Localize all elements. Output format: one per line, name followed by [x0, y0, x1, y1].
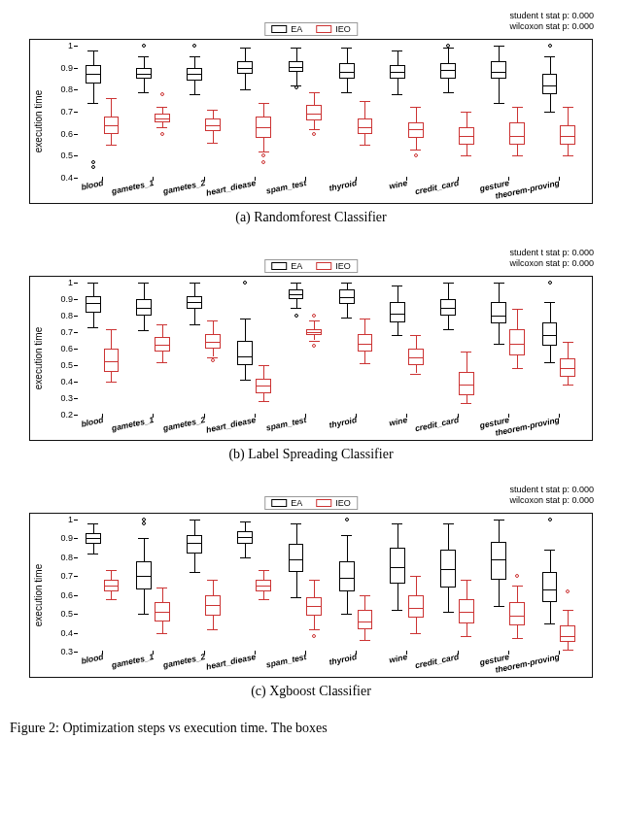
legend-label: IEO [335, 24, 351, 34]
box-cap [512, 368, 523, 369]
box-cap [240, 521, 251, 522]
box-cap [494, 103, 504, 104]
box-cap [392, 523, 402, 524]
box-median [359, 622, 372, 622]
x-tick-label: thyroid [328, 652, 358, 667]
box-median [543, 589, 557, 590]
box-cap [494, 520, 504, 521]
box-median [391, 72, 404, 73]
box-cap [544, 623, 555, 624]
box-median [460, 385, 473, 386]
x-tick-label: blood [80, 415, 104, 429]
box-median [391, 567, 404, 568]
box-cap [106, 98, 117, 99]
subplot-caption: (b) Label Spreading Classifier [10, 447, 612, 462]
figure-caption-text: Optimization steps vs execution time. Th… [62, 721, 327, 735]
box-cap [563, 107, 573, 108]
x-tick-label: gametes_1 [111, 415, 155, 433]
x-tick-label: gametes_2 [162, 415, 206, 433]
box-cap [190, 572, 200, 573]
box-median [510, 136, 524, 137]
box-median [307, 114, 321, 115]
box-cap [461, 155, 471, 156]
outlier-icon [261, 153, 265, 157]
stat-line: student t stat p: 0.000 [509, 11, 594, 21]
legend-item-ieo: IEO [316, 24, 351, 34]
y-tick: 0.5 [60, 151, 73, 160]
box-median [257, 386, 270, 386]
box-cap [240, 557, 251, 558]
box-median [492, 316, 505, 317]
box [390, 65, 405, 79]
box-cap [309, 129, 320, 130]
legend-swatch-icon [316, 25, 331, 33]
box-cap [240, 380, 251, 381]
box-median [188, 74, 201, 75]
box-median [257, 586, 270, 587]
box-cap [392, 94, 402, 95]
box-median [257, 127, 270, 128]
box-cap [563, 342, 573, 343]
figure-caption: Figure 2: Optimization steps vs executio… [10, 721, 612, 736]
box-cap [410, 633, 421, 634]
stat-line: wilcoxon stat p: 0.000 [509, 258, 594, 269]
box [187, 535, 202, 554]
box-median [105, 125, 119, 126]
y-tick: 0.7 [60, 107, 73, 117]
box-cap [190, 283, 200, 284]
box-median [206, 125, 220, 126]
y-tick: 1 [68, 278, 73, 287]
x-tick-label: wine [389, 652, 409, 665]
box [408, 122, 424, 138]
box [542, 74, 558, 93]
outlier-icon [91, 165, 95, 169]
box-cap [512, 638, 523, 639]
box-cap [494, 606, 504, 607]
box [155, 114, 170, 122]
box [155, 337, 170, 352]
box [237, 531, 253, 545]
box-cap [563, 610, 573, 611]
box-median [307, 606, 321, 607]
box-median [391, 314, 404, 315]
legend-item-ieo: IEO [316, 261, 351, 271]
box [86, 296, 101, 313]
box-cap [156, 633, 167, 634]
box-median [137, 576, 151, 577]
box-median [105, 361, 119, 362]
box-cap [461, 112, 471, 113]
box-cap [443, 329, 454, 330]
x-tick-label: wine [389, 178, 409, 191]
box [459, 127, 474, 145]
box-cap [156, 107, 167, 108]
x-axis: bloodgametes_1gametes_2heart_dieasespam_… [77, 415, 584, 440]
box-cap [138, 614, 149, 615]
y-tick: 0.9 [60, 63, 73, 73]
box-cap [87, 523, 98, 524]
box-cap [106, 570, 117, 571]
box-median [238, 537, 252, 538]
outlier-icon [294, 85, 298, 89]
box-median [238, 68, 252, 69]
box-cap [106, 599, 117, 600]
legend: EAIEO [264, 259, 358, 273]
outlier-icon [312, 314, 316, 318]
box [289, 289, 304, 299]
box [491, 542, 506, 580]
box [459, 372, 474, 395]
box-cap [87, 554, 98, 554]
box-cap [443, 612, 454, 613]
x-tick-label: spam_test [265, 415, 307, 433]
y-axis: 0.40.50.60.70.80.91 [30, 46, 77, 178]
box-median [156, 345, 169, 346]
subplot-caption: (a) Randomforest Classifier [10, 210, 612, 225]
box-median [409, 357, 423, 358]
legend-swatch-icon [271, 499, 287, 507]
outlier-icon [515, 574, 519, 578]
box [205, 118, 221, 132]
box-cap [309, 341, 320, 342]
box-median [359, 344, 372, 345]
box-cap [207, 110, 218, 111]
box-median [156, 612, 169, 613]
box-cap [87, 103, 98, 104]
